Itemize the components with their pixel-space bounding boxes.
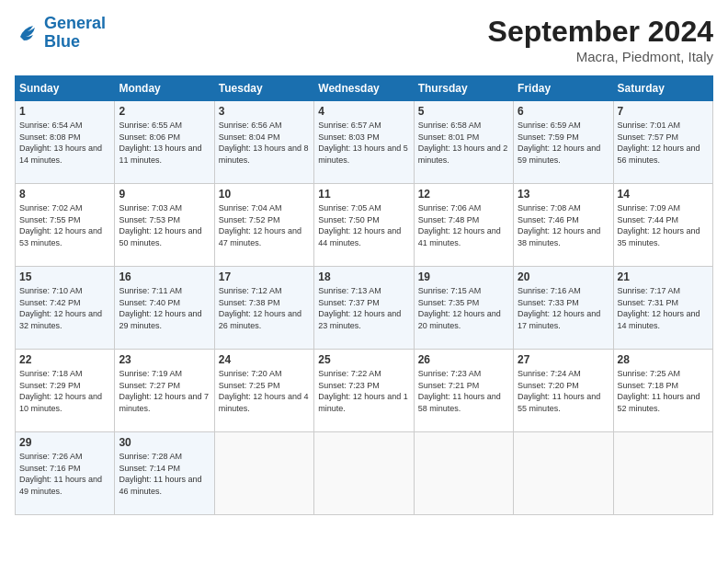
day-number: 3	[219, 105, 310, 118]
calendar-cell: 27 Sunrise: 7:24 AM Sunset: 7:20 PM Dayl…	[514, 350, 613, 432]
calendar-cell: 21 Sunrise: 7:17 AM Sunset: 7:31 PM Dayl…	[613, 267, 712, 350]
day-number: 24	[219, 353, 310, 366]
day-info: Sunrise: 6:58 AM Sunset: 8:01 PM Dayligh…	[418, 120, 509, 166]
calendar-cell: 10 Sunrise: 7:04 AM Sunset: 7:52 PM Dayl…	[214, 184, 313, 267]
header-tuesday: Tuesday	[214, 76, 313, 101]
day-number: 8	[19, 188, 110, 201]
day-number: 12	[418, 188, 509, 201]
calendar-cell: 8 Sunrise: 7:02 AM Sunset: 7:55 PM Dayli…	[16, 184, 115, 267]
calendar-cell: 4 Sunrise: 6:57 AM Sunset: 8:03 PM Dayli…	[314, 101, 414, 184]
week-row-4: 22 Sunrise: 7:18 AM Sunset: 7:29 PM Dayl…	[16, 350, 713, 432]
day-info: Sunrise: 7:13 AM Sunset: 7:37 PM Dayligh…	[318, 285, 409, 331]
calendar-cell: 6 Sunrise: 6:59 AM Sunset: 7:59 PM Dayli…	[514, 101, 613, 184]
calendar-cell: 13 Sunrise: 7:08 AM Sunset: 7:46 PM Dayl…	[514, 184, 613, 267]
day-number: 27	[518, 353, 609, 366]
day-number: 29	[19, 436, 110, 449]
page-header: General Blue September 2024 Macra, Piedm…	[15, 15, 713, 64]
day-info: Sunrise: 7:11 AM Sunset: 7:40 PM Dayligh…	[119, 285, 210, 331]
calendar-cell: 23 Sunrise: 7:19 AM Sunset: 7:27 PM Dayl…	[115, 350, 214, 432]
day-number: 13	[518, 188, 609, 201]
day-info: Sunrise: 7:05 AM Sunset: 7:50 PM Dayligh…	[318, 202, 409, 248]
calendar-cell: 12 Sunrise: 7:06 AM Sunset: 7:48 PM Dayl…	[414, 184, 513, 267]
day-number: 4	[318, 105, 409, 118]
calendar-cell: 25 Sunrise: 7:22 AM Sunset: 7:23 PM Dayl…	[314, 350, 414, 432]
calendar-cell	[613, 432, 712, 515]
week-row-5: 29 Sunrise: 7:26 AM Sunset: 7:16 PM Dayl…	[16, 432, 713, 515]
calendar-cell	[414, 432, 513, 515]
day-number: 16	[119, 270, 210, 283]
day-info: Sunrise: 7:06 AM Sunset: 7:48 PM Dayligh…	[418, 202, 509, 248]
day-number: 6	[518, 105, 609, 118]
day-number: 15	[19, 270, 110, 283]
day-info: Sunrise: 7:23 AM Sunset: 7:21 PM Dayligh…	[418, 368, 509, 414]
day-info: Sunrise: 7:28 AM Sunset: 7:14 PM Dayligh…	[119, 451, 210, 497]
header-monday: Monday	[115, 76, 214, 101]
day-info: Sunrise: 7:19 AM Sunset: 7:27 PM Dayligh…	[119, 368, 210, 414]
week-row-1: 1 Sunrise: 6:54 AM Sunset: 8:08 PM Dayli…	[16, 101, 713, 184]
calendar-cell: 20 Sunrise: 7:16 AM Sunset: 7:33 PM Dayl…	[514, 267, 613, 350]
header-thursday: Thursday	[414, 76, 513, 101]
day-info: Sunrise: 7:04 AM Sunset: 7:52 PM Dayligh…	[219, 202, 310, 248]
day-number: 11	[318, 188, 409, 201]
calendar-cell: 11 Sunrise: 7:05 AM Sunset: 7:50 PM Dayl…	[314, 184, 414, 267]
day-number: 21	[618, 270, 709, 283]
title-block: September 2024 Macra, Piedmont, Italy	[488, 15, 713, 64]
calendar-cell	[314, 432, 414, 515]
calendar-cell: 18 Sunrise: 7:13 AM Sunset: 7:37 PM Dayl…	[314, 267, 414, 350]
calendar-cell: 30 Sunrise: 7:28 AM Sunset: 7:14 PM Dayl…	[115, 432, 214, 515]
calendar-cell: 3 Sunrise: 6:56 AM Sunset: 8:04 PM Dayli…	[214, 101, 313, 184]
day-info: Sunrise: 7:12 AM Sunset: 7:38 PM Dayligh…	[219, 285, 310, 331]
day-info: Sunrise: 7:16 AM Sunset: 7:33 PM Dayligh…	[518, 285, 609, 331]
day-number: 7	[618, 105, 709, 118]
calendar-cell: 29 Sunrise: 7:26 AM Sunset: 7:16 PM Dayl…	[16, 432, 115, 515]
calendar-cell: 7 Sunrise: 7:01 AM Sunset: 7:57 PM Dayli…	[613, 101, 712, 184]
calendar-cell: 17 Sunrise: 7:12 AM Sunset: 7:38 PM Dayl…	[214, 267, 313, 350]
day-number: 18	[318, 270, 409, 283]
day-info: Sunrise: 7:01 AM Sunset: 7:57 PM Dayligh…	[618, 120, 709, 166]
day-number: 19	[418, 270, 509, 283]
day-info: Sunrise: 7:10 AM Sunset: 7:42 PM Dayligh…	[19, 285, 110, 331]
calendar-cell: 28 Sunrise: 7:25 AM Sunset: 7:18 PM Dayl…	[613, 350, 712, 432]
day-number: 1	[19, 105, 110, 118]
header-saturday: Saturday	[613, 76, 712, 101]
calendar-cell: 24 Sunrise: 7:20 AM Sunset: 7:25 PM Dayl…	[214, 350, 313, 432]
calendar-table: SundayMondayTuesdayWednesdayThursdayFrid…	[15, 75, 713, 515]
day-info: Sunrise: 7:17 AM Sunset: 7:31 PM Dayligh…	[618, 285, 709, 331]
calendar-cell: 16 Sunrise: 7:11 AM Sunset: 7:40 PM Dayl…	[115, 267, 214, 350]
day-number: 25	[318, 353, 409, 366]
calendar-cell: 2 Sunrise: 6:55 AM Sunset: 8:06 PM Dayli…	[115, 101, 214, 184]
day-number: 10	[219, 188, 310, 201]
day-info: Sunrise: 7:24 AM Sunset: 7:20 PM Dayligh…	[518, 368, 609, 414]
day-info: Sunrise: 7:22 AM Sunset: 7:23 PM Dayligh…	[318, 368, 409, 414]
week-row-2: 8 Sunrise: 7:02 AM Sunset: 7:55 PM Dayli…	[16, 184, 713, 267]
day-info: Sunrise: 7:25 AM Sunset: 7:18 PM Dayligh…	[618, 368, 709, 414]
location: Macra, Piedmont, Italy	[488, 49, 713, 64]
calendar-cell: 26 Sunrise: 7:23 AM Sunset: 7:21 PM Dayl…	[414, 350, 513, 432]
day-number: 28	[618, 353, 709, 366]
day-info: Sunrise: 6:55 AM Sunset: 8:06 PM Dayligh…	[119, 120, 210, 166]
day-info: Sunrise: 7:18 AM Sunset: 7:29 PM Dayligh…	[19, 368, 110, 414]
calendar-cell: 14 Sunrise: 7:09 AM Sunset: 7:44 PM Dayl…	[613, 184, 712, 267]
day-number: 20	[518, 270, 609, 283]
day-number: 5	[418, 105, 509, 118]
calendar-cell	[514, 432, 613, 515]
logo-text: General Blue	[44, 15, 106, 52]
day-number: 30	[119, 436, 210, 449]
header-row: SundayMondayTuesdayWednesdayThursdayFrid…	[16, 76, 713, 101]
day-info: Sunrise: 7:26 AM Sunset: 7:16 PM Dayligh…	[19, 451, 110, 497]
day-number: 9	[119, 188, 210, 201]
logo: General Blue	[15, 15, 106, 52]
calendar-cell: 19 Sunrise: 7:15 AM Sunset: 7:35 PM Dayl…	[414, 267, 513, 350]
calendar-cell: 5 Sunrise: 6:58 AM Sunset: 8:01 PM Dayli…	[414, 101, 513, 184]
calendar-cell: 9 Sunrise: 7:03 AM Sunset: 7:53 PM Dayli…	[115, 184, 214, 267]
day-number: 17	[219, 270, 310, 283]
header-wednesday: Wednesday	[314, 76, 414, 101]
day-info: Sunrise: 7:20 AM Sunset: 7:25 PM Dayligh…	[219, 368, 310, 414]
day-number: 23	[119, 353, 210, 366]
day-info: Sunrise: 6:54 AM Sunset: 8:08 PM Dayligh…	[19, 120, 110, 166]
calendar-cell: 1 Sunrise: 6:54 AM Sunset: 8:08 PM Dayli…	[16, 101, 115, 184]
header-sunday: Sunday	[16, 76, 115, 101]
calendar-cell	[214, 432, 313, 515]
day-info: Sunrise: 7:09 AM Sunset: 7:44 PM Dayligh…	[618, 202, 709, 248]
day-info: Sunrise: 7:15 AM Sunset: 7:35 PM Dayligh…	[418, 285, 509, 331]
